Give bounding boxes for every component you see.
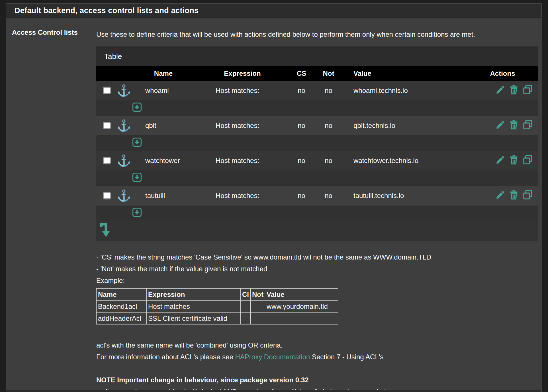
acl-add-row: [96, 135, 538, 151]
haproxy-documentation-link[interactable]: HAProxy Documentation: [235, 353, 310, 361]
example-col-not: Not: [251, 289, 265, 301]
example-cell: [241, 313, 251, 324]
acl-main-column: Use these to define criteria that will b…: [96, 28, 538, 392]
cs-note: - 'CS' makes the string matches 'Case Se…: [96, 251, 538, 263]
acl-row: ⚓ qbit Host matches: no no qbit.technis.…: [96, 116, 538, 135]
acl-not-cell: no: [315, 151, 342, 170]
acl-table: Name Expression CS Not Value Actions: [96, 66, 538, 221]
trash-icon[interactable]: [509, 190, 519, 202]
row-select-checkbox[interactable]: [103, 192, 111, 199]
more-info-line: For more information about ACL's please …: [96, 351, 538, 363]
acl-table-box: Table Name Expression CS Not Value: [96, 46, 538, 241]
trash-icon[interactable]: [509, 155, 519, 167]
example-cell: [251, 313, 265, 324]
example-col-value: Value: [265, 289, 338, 301]
example-cell: [251, 301, 265, 313]
not-note: - 'Not' makes the match if the value giv…: [96, 263, 538, 275]
pencil-icon[interactable]: [495, 85, 506, 97]
row-select-checkbox[interactable]: [103, 87, 111, 94]
acl-cs-cell: no: [288, 116, 315, 135]
combine-note: acl's with the same name will be 'combin…: [96, 339, 538, 351]
acl-add-row: [96, 100, 538, 116]
acl-cs-cell: no: [288, 186, 315, 205]
acl-expression-cell: Host matches:: [197, 81, 288, 100]
acl-table-footer: [96, 221, 538, 241]
example-row: Backend1acl Host matches www.yourdomain.…: [97, 301, 338, 313]
acl-description: Use these to define criteria that will b…: [96, 28, 538, 40]
acl-cs-cell: no: [288, 151, 315, 170]
acl-value-cell: whoami.technis.io: [342, 81, 467, 100]
anchor-icon[interactable]: ⚓: [117, 120, 131, 131]
example-cell: Backend1acl: [97, 301, 147, 313]
col-header-value: Value: [342, 66, 467, 81]
acl-name-cell: watchtower: [130, 151, 197, 170]
settings-panel: Default backend, access control lists an…: [6, 3, 542, 392]
col-header-actions: Actions: [467, 66, 538, 81]
col-header-expression: Expression: [197, 66, 288, 81]
plus-icon[interactable]: [132, 207, 142, 219]
acl-table-title: Table: [96, 46, 538, 66]
section-content: Access Control lists Use these to define…: [6, 18, 542, 392]
acl-row: ⚓ tautulli Host matches: no no tautulli.…: [96, 186, 538, 205]
acl-expression-cell: Host matches:: [197, 186, 288, 205]
acl-not-cell: no: [315, 186, 342, 205]
acl-add-row: [96, 170, 538, 186]
pencil-icon[interactable]: [495, 120, 506, 132]
example-cell: SSL Client certificate valid: [147, 313, 241, 324]
col-header-select: [96, 66, 130, 81]
next-section-bar: [6, 390, 542, 392]
plus-icon[interactable]: [132, 137, 142, 149]
acl-row-label: Access Control lists: [6, 28, 96, 392]
acl-name-cell: qbit: [130, 116, 197, 135]
row-select-checkbox[interactable]: [103, 157, 111, 164]
example-cell: addHeaderAcl: [97, 313, 147, 324]
pencil-icon[interactable]: [495, 190, 506, 202]
pencil-icon[interactable]: [495, 155, 506, 167]
copy-icon[interactable]: [522, 154, 533, 167]
version-note-title: NOTE Important change in behaviour, sinc…: [96, 374, 538, 386]
trash-icon[interactable]: [509, 85, 519, 97]
example-row: addHeaderAcl SSL Client certificate vali…: [97, 313, 338, 324]
example-col-ci: CI: [241, 289, 251, 301]
acl-row: ⚓ whoami Host matches: no no whoami.tech…: [96, 81, 538, 100]
anchor-icon[interactable]: ⚓: [117, 190, 131, 201]
example-col-expression: Expression: [147, 289, 241, 301]
example-col-name: Name: [97, 289, 147, 301]
plus-icon[interactable]: [132, 172, 142, 184]
more-info-prefix: For more information about ACL's please …: [96, 353, 235, 361]
copy-icon[interactable]: [522, 119, 533, 132]
col-header-not: Not: [315, 66, 342, 81]
col-header-name: Name: [130, 66, 197, 81]
acl-add-row: [96, 205, 538, 221]
move-down-icon[interactable]: [99, 222, 112, 240]
acl-row: ⚓ watchtower Host matches: no no watchto…: [96, 151, 538, 170]
trash-icon[interactable]: [509, 120, 519, 132]
acl-value-cell: tautulli.technis.io: [342, 186, 467, 205]
example-cell: Host matches: [147, 301, 241, 313]
col-header-cs: CS: [288, 66, 315, 81]
copy-icon[interactable]: [522, 189, 533, 202]
anchor-icon[interactable]: ⚓: [117, 85, 131, 96]
acl-cs-cell: no: [288, 81, 315, 100]
plus-icon[interactable]: [132, 102, 142, 114]
more-info-suffix: Section 7 - Using ACL's: [310, 353, 383, 361]
acl-expression-cell: Host matches:: [197, 116, 288, 135]
example-label: Example:: [96, 275, 538, 286]
anchor-icon[interactable]: ⚓: [117, 155, 131, 166]
acl-value-cell: watchtower.technis.io: [342, 151, 467, 170]
row-select-checkbox[interactable]: [103, 122, 111, 129]
section-title: Default backend, access control lists an…: [15, 6, 199, 15]
acl-not-cell: no: [315, 116, 342, 135]
copy-icon[interactable]: [522, 84, 533, 97]
acl-name-cell: tautulli: [130, 186, 197, 205]
acl-expression-cell: Host matches:: [197, 151, 288, 170]
example-cell: [241, 301, 251, 313]
section-title-bar: Default backend, access control lists an…: [6, 3, 542, 18]
acl-header-row: Name Expression CS Not Value Actions: [96, 66, 538, 81]
example-cell: www.yourdomain.tld: [265, 301, 338, 313]
acl-value-cell: qbit.technis.io: [342, 116, 467, 135]
acl-name-cell: whoami: [130, 81, 197, 100]
example-cell: [265, 313, 338, 324]
example-table: Name Expression CI Not Value Backend1acl…: [96, 288, 338, 324]
example-header-row: Name Expression CI Not Value: [97, 289, 338, 301]
